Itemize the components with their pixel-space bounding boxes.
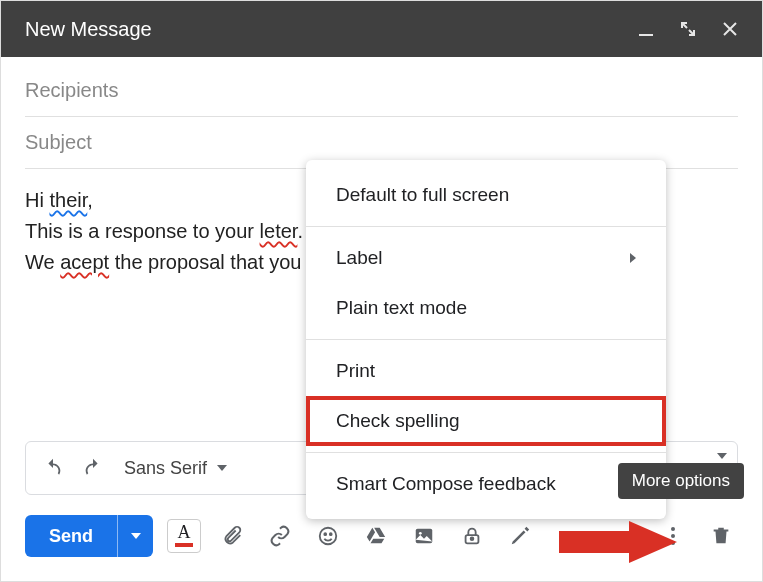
menu-label[interactable]: Label — [306, 233, 666, 283]
window-title: New Message — [25, 18, 636, 41]
text-color-letter: A — [178, 523, 191, 541]
attachment-icon[interactable] — [215, 519, 249, 553]
menu-print[interactable]: Print — [306, 346, 666, 396]
drive-icon[interactable] — [359, 519, 393, 553]
fullscreen-icon[interactable] — [678, 19, 698, 39]
confidential-icon[interactable] — [455, 519, 489, 553]
menu-check-spelling[interactable]: Check spelling — [306, 396, 666, 446]
minimize-icon[interactable] — [636, 19, 656, 39]
send-more-button[interactable] — [117, 515, 153, 557]
recipients-input[interactable] — [25, 79, 738, 102]
chevron-down-icon — [217, 465, 227, 471]
recipients-field — [25, 65, 738, 117]
send-group: Send — [25, 515, 153, 557]
svg-point-5 — [419, 532, 422, 535]
header-fields — [1, 57, 762, 169]
send-button[interactable]: Send — [25, 515, 117, 557]
svg-point-7 — [471, 537, 474, 540]
spellcheck-error: acept — [60, 251, 109, 273]
menu-separator — [306, 339, 666, 340]
menu-default-fullscreen[interactable]: Default to full screen — [306, 170, 666, 220]
more-options-menu: Default to full screen Label Plain text … — [306, 160, 666, 519]
emoji-icon[interactable] — [311, 519, 345, 553]
titlebar-actions — [636, 19, 740, 39]
titlebar: New Message — [1, 1, 762, 57]
redo-icon[interactable] — [76, 451, 110, 485]
link-icon[interactable] — [263, 519, 297, 553]
undo-icon[interactable] — [36, 451, 70, 485]
chevron-down-icon — [131, 533, 141, 539]
svg-point-2 — [324, 533, 326, 535]
discard-icon[interactable] — [704, 519, 738, 553]
font-picker[interactable]: Sans Serif — [116, 458, 235, 479]
kebab-icon — [671, 527, 675, 545]
menu-plain-text[interactable]: Plain text mode — [306, 283, 666, 333]
font-name: Sans Serif — [124, 458, 207, 479]
svg-rect-0 — [639, 34, 653, 36]
menu-separator — [306, 452, 666, 453]
menu-separator — [306, 226, 666, 227]
svg-point-1 — [320, 528, 337, 545]
more-options-button[interactable] — [656, 519, 690, 553]
more-options-tooltip: More options — [618, 463, 744, 499]
spellcheck-grammar: their — [49, 189, 87, 211]
pen-icon[interactable] — [503, 519, 537, 553]
text-color-bar — [175, 543, 193, 547]
text-color-button[interactable]: A — [167, 519, 201, 553]
compose-window: New Message Hi their, This is a response — [0, 0, 763, 582]
spellcheck-error: leter — [260, 220, 298, 242]
menu-smart-compose[interactable]: Smart Compose feedback — [306, 459, 666, 509]
subject-input[interactable] — [25, 131, 738, 154]
svg-point-3 — [330, 533, 332, 535]
image-icon[interactable] — [407, 519, 441, 553]
close-icon[interactable] — [720, 19, 740, 39]
